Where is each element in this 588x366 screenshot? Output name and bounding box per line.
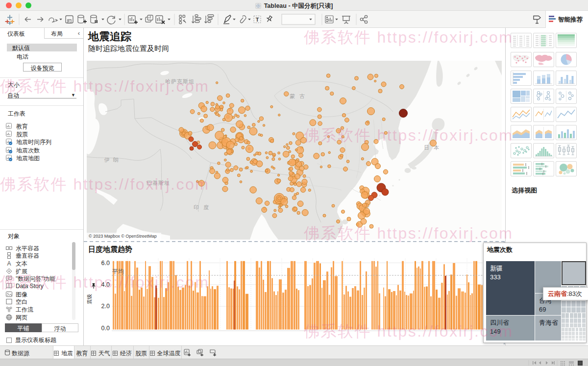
svg-text:© 2023 Mapbox © OpenStreetMap: © 2023 Mapbox © OpenStreetMap xyxy=(89,234,157,239)
svg-text:印 度: 印 度 xyxy=(194,204,210,210)
svg-text:蒙 古: 蒙 古 xyxy=(290,93,306,99)
svg-text:A: A xyxy=(7,260,11,267)
svg-text:伊 朗: 伊 朗 xyxy=(104,157,120,163)
svg-text:2.0: 2.0 xyxy=(101,303,110,310)
svg-text:6.0: 6.0 xyxy=(101,260,110,267)
svg-text:智能推荐: 智能推荐 xyxy=(558,16,583,23)
svg-text:0.0: 0.0 xyxy=(101,325,110,332)
svg-text:T: T xyxy=(256,17,259,23)
svg-text:震级: 震级 xyxy=(86,294,92,305)
